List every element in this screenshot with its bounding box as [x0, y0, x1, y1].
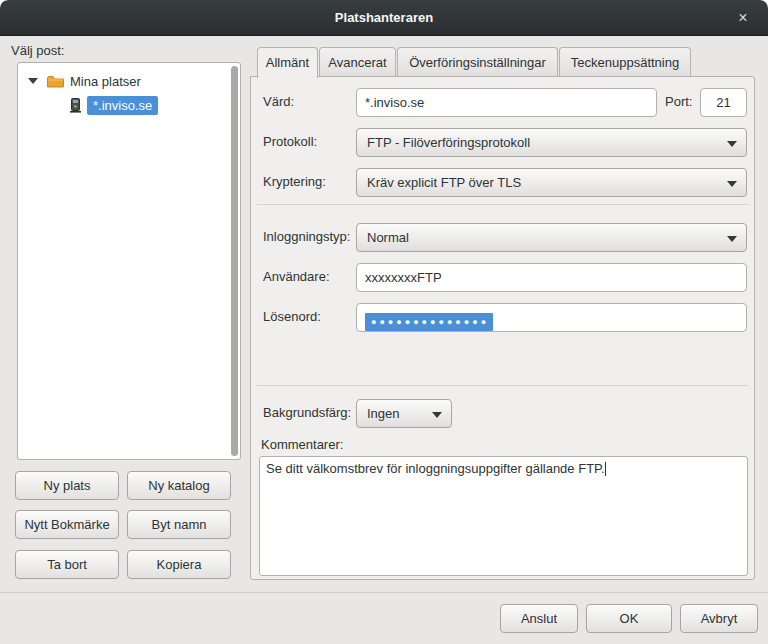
logon-type-label: Inloggningstyp: [263, 229, 350, 244]
chevron-down-icon [727, 181, 737, 187]
new-folder-button[interactable]: Ny katalog [127, 471, 231, 500]
background-color-label: Bakgrundsfärg: [263, 405, 351, 420]
port-input[interactable]: 21 [700, 88, 747, 117]
user-label: Användare: [263, 269, 330, 284]
folder-icon [47, 75, 64, 88]
close-icon[interactable]: × [724, 0, 762, 36]
copy-button[interactable]: Kopiera [127, 550, 231, 579]
password-masked-selection: ●●●●●●●●●●●●●● [365, 313, 493, 331]
text-cursor [605, 462, 606, 476]
host-label: Värd: [263, 94, 294, 109]
protocol-value: FTP - Filöverföringsprotokoll [367, 135, 530, 150]
encryption-value: Kräv explicit FTP över TLS [367, 175, 521, 190]
tree-item-label[interactable]: Mina platser [70, 74, 141, 89]
tab-general[interactable]: Allmänt [257, 47, 318, 78]
connect-button[interactable]: Anslut [500, 604, 578, 633]
logon-type-dropdown[interactable]: Normal [356, 223, 747, 252]
chevron-down-icon [432, 412, 442, 418]
site-manager-dialog: Platshanteraren × Välj post: Mina platse… [0, 0, 768, 644]
general-tab-panel: Värd: *.inviso.se Port: 21 Protokoll: FT… [250, 76, 755, 580]
user-input[interactable]: xxxxxxxxFTP [356, 263, 747, 292]
tree-item-label-selected[interactable]: *.inviso.se [87, 96, 158, 115]
new-site-button[interactable]: Ny plats [15, 471, 119, 500]
titlebar[interactable]: Platshanteraren × [0, 0, 768, 36]
section-separator [257, 385, 748, 386]
server-icon [70, 98, 81, 113]
tab-charset[interactable]: Teckenuppsättning [559, 47, 691, 77]
footer-separator [0, 592, 768, 593]
password-input[interactable]: ●●●●●●●●●●●●●● [356, 303, 747, 332]
background-color-value: Ingen [367, 406, 400, 421]
cancel-button[interactable]: Avbryt [680, 604, 758, 633]
tree-scrollbar[interactable] [231, 66, 238, 456]
password-label: Lösenord: [263, 309, 321, 324]
port-label: Port: [665, 94, 692, 109]
tab-transfer-settings[interactable]: Överföringsinställningar [397, 47, 558, 77]
select-entry-label: Välj post: [11, 43, 64, 58]
chevron-down-icon [727, 141, 737, 147]
new-bookmark-button[interactable]: Nytt Bokmärke [15, 510, 119, 539]
chevron-down-icon [727, 236, 737, 242]
protocol-dropdown[interactable]: FTP - Filöverföringsprotokoll [356, 128, 747, 157]
tree-item-my-sites[interactable]: Mina platser [28, 70, 141, 92]
protocol-label: Protokoll: [263, 134, 317, 149]
logon-type-value: Normal [367, 230, 409, 245]
comments-text: Se ditt välkomstbrev för inloggningsuppg… [266, 461, 605, 476]
host-input[interactable]: *.inviso.se [356, 88, 657, 117]
encryption-label: Kryptering: [263, 174, 326, 189]
tree-item-site[interactable]: *.inviso.se [70, 94, 158, 116]
comments-textarea[interactable]: Se ditt välkomstbrev för inloggningsuppg… [259, 456, 748, 576]
encryption-dropdown[interactable]: Kräv explicit FTP över TLS [356, 168, 747, 197]
background-color-dropdown[interactable]: Ingen [356, 399, 452, 428]
delete-button[interactable]: Ta bort [15, 550, 119, 579]
comments-label: Kommentarer: [261, 437, 343, 452]
ok-button[interactable]: OK [586, 604, 672, 633]
section-separator [257, 204, 748, 205]
tab-advanced[interactable]: Avancerat [319, 47, 396, 77]
rename-button[interactable]: Byt namn [127, 510, 231, 539]
site-tree[interactable]: Mina platser *.inviso.se [17, 62, 241, 460]
window-title: Platshanteraren [0, 0, 768, 36]
expander-down-icon[interactable] [28, 78, 38, 84]
